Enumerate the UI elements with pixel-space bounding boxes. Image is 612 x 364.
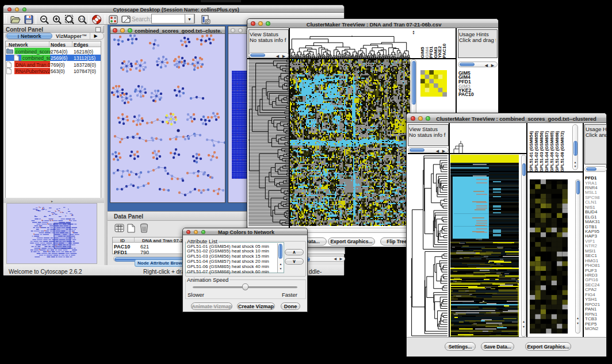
svg-text:1:1: 1:1: [79, 17, 84, 21]
